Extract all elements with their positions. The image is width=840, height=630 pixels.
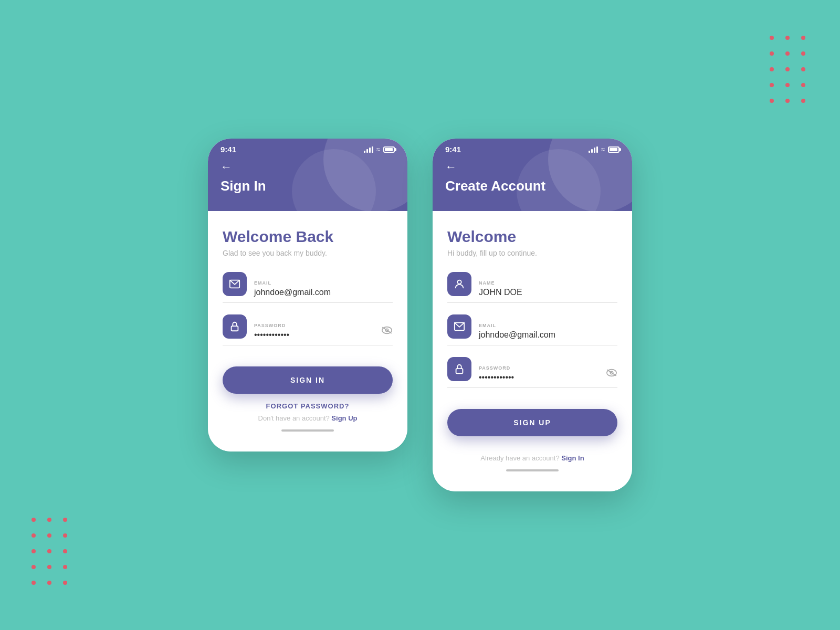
sign-in-bottom-bar bbox=[223, 424, 393, 441]
create-account-password-field[interactable]: PASSWORD •••••••••••• bbox=[447, 357, 617, 388]
sign-in-button[interactable]: SIGN IN bbox=[223, 366, 393, 394]
lock-icon bbox=[454, 363, 465, 375]
create-account-status-icons: ≈ bbox=[589, 145, 620, 153]
dot bbox=[32, 581, 36, 585]
dot bbox=[770, 99, 774, 103]
dot bbox=[770, 83, 774, 87]
name-icon-box bbox=[447, 272, 471, 296]
dot bbox=[801, 36, 805, 40]
email-label: EMAIL bbox=[254, 280, 393, 286]
home-indicator bbox=[281, 429, 334, 432]
create-account-welcome-subtitle: Hi buddy, fill up to continue. bbox=[447, 249, 617, 257]
sign-in-header: 9:41 ≈ ← Sign In bbox=[208, 139, 407, 211]
user-icon bbox=[454, 278, 465, 290]
create-account-screen-title: Create Account bbox=[433, 174, 632, 194]
battery-icon bbox=[383, 146, 395, 153]
dot bbox=[770, 36, 774, 40]
sign-in-email-field[interactable]: EMAIL johndoe@gmail.com bbox=[223, 272, 393, 303]
sign-in-link[interactable]: Sign In bbox=[561, 454, 584, 462]
sign-in-nav-row: ← bbox=[208, 158, 407, 174]
sign-in-footer-text: Don't have an account? bbox=[258, 414, 330, 422]
create-account-bottom-bar bbox=[447, 464, 617, 481]
back-arrow-icon[interactable]: ← bbox=[220, 160, 232, 174]
create-account-status-bar: 9:41 ≈ bbox=[433, 139, 632, 158]
dot bbox=[770, 51, 774, 56]
dot bbox=[63, 533, 67, 538]
forgot-password-text[interactable]: FORGOT PASSWORD? bbox=[266, 402, 350, 410]
password-icon-box bbox=[223, 314, 247, 339]
dot bbox=[785, 83, 790, 87]
svg-point-5 bbox=[457, 280, 461, 284]
lock-icon bbox=[229, 321, 240, 332]
password-toggle-icon[interactable] bbox=[606, 368, 617, 382]
email-content: EMAIL johndoe@gmail.com bbox=[479, 323, 617, 340]
password-content: PASSWORD •••••••••••• bbox=[479, 365, 598, 382]
create-account-footer: Already have an account? Sign In bbox=[447, 454, 617, 464]
forgot-password-link[interactable]: FORGOT PASSWORD? bbox=[223, 402, 393, 410]
name-label: NAME bbox=[479, 280, 617, 286]
create-account-status-time: 9:41 bbox=[445, 145, 461, 154]
dot bbox=[32, 518, 36, 522]
dot bbox=[63, 565, 67, 569]
dot bbox=[47, 565, 51, 569]
dot bbox=[32, 565, 36, 569]
sign-up-link[interactable]: Sign Up bbox=[331, 414, 357, 422]
mail-icon bbox=[454, 321, 465, 332]
create-account-footer-text: Already have an account? bbox=[480, 454, 559, 462]
svg-rect-1 bbox=[232, 326, 238, 331]
svg-rect-7 bbox=[456, 369, 463, 373]
dot bbox=[785, 51, 790, 56]
password-label: PASSWORD bbox=[254, 323, 374, 328]
name-value[interactable]: JOHN DOE bbox=[479, 288, 617, 297]
back-arrow-icon[interactable]: ← bbox=[445, 160, 457, 174]
dot bbox=[63, 581, 67, 585]
email-label: EMAIL bbox=[479, 323, 617, 328]
dot bbox=[47, 581, 51, 585]
password-label: PASSWORD bbox=[479, 365, 598, 371]
password-toggle-icon[interactable] bbox=[381, 326, 393, 340]
create-account-name-field[interactable]: NAME JOHN DOE bbox=[447, 272, 617, 303]
create-account-email-field[interactable]: EMAIL johndoe@gmail.com bbox=[447, 314, 617, 345]
email-content: EMAIL johndoe@gmail.com bbox=[254, 280, 393, 297]
sign-in-screen-title: Sign In bbox=[208, 174, 407, 194]
signal-icon bbox=[364, 146, 373, 153]
dot bbox=[770, 67, 774, 71]
name-content: NAME JOHN DOE bbox=[479, 280, 617, 297]
password-content: PASSWORD •••••••••••• bbox=[254, 323, 374, 340]
sign-in-welcome-title: Welcome Back bbox=[223, 228, 393, 246]
dot bbox=[47, 549, 51, 553]
phones-container: 9:41 ≈ ← Sign In Welcome Back Glad to se… bbox=[208, 139, 632, 491]
password-value[interactable]: •••••••••••• bbox=[479, 373, 598, 382]
sign-in-password-field[interactable]: PASSWORD •••••••••••• bbox=[223, 314, 393, 345]
dot bbox=[32, 533, 36, 538]
dot bbox=[47, 518, 51, 522]
dot bbox=[785, 67, 790, 71]
email-value[interactable]: johndoe@gmail.com bbox=[254, 288, 393, 297]
create-account-body: Welcome Hi buddy, fill up to continue. N… bbox=[433, 211, 632, 491]
dot-grid-top-right bbox=[770, 36, 808, 106]
dot bbox=[63, 518, 67, 522]
svg-line-4 bbox=[383, 328, 392, 333]
dot bbox=[785, 36, 790, 40]
create-account-phone: 9:41 ≈ ← Create Account Welcome Hi buddy… bbox=[433, 139, 632, 491]
sign-in-status-bar: 9:41 ≈ bbox=[208, 139, 407, 158]
battery-icon bbox=[608, 146, 620, 153]
sign-in-welcome-subtitle: Glad to see you back my buddy. bbox=[223, 249, 393, 257]
dot-grid-bottom-left bbox=[32, 518, 70, 588]
wifi-icon: ≈ bbox=[376, 145, 380, 153]
create-account-nav-row: ← bbox=[433, 158, 632, 174]
password-icon-box bbox=[447, 357, 471, 381]
dot bbox=[32, 549, 36, 553]
email-value[interactable]: johndoe@gmail.com bbox=[479, 330, 617, 340]
signal-icon bbox=[589, 146, 598, 153]
create-account-welcome-title: Welcome bbox=[447, 228, 617, 246]
sign-in-footer: Don't have an account? Sign Up bbox=[223, 414, 393, 424]
create-account-header: 9:41 ≈ ← Create Account bbox=[433, 139, 632, 211]
sign-in-body: Welcome Back Glad to see you back my bud… bbox=[208, 211, 407, 452]
dot bbox=[801, 83, 805, 87]
sign-up-button[interactable]: SIGN UP bbox=[447, 409, 617, 436]
password-value[interactable]: •••••••••••• bbox=[254, 330, 374, 340]
mail-icon bbox=[229, 278, 240, 290]
email-icon-box bbox=[447, 314, 471, 339]
home-indicator bbox=[506, 469, 559, 471]
